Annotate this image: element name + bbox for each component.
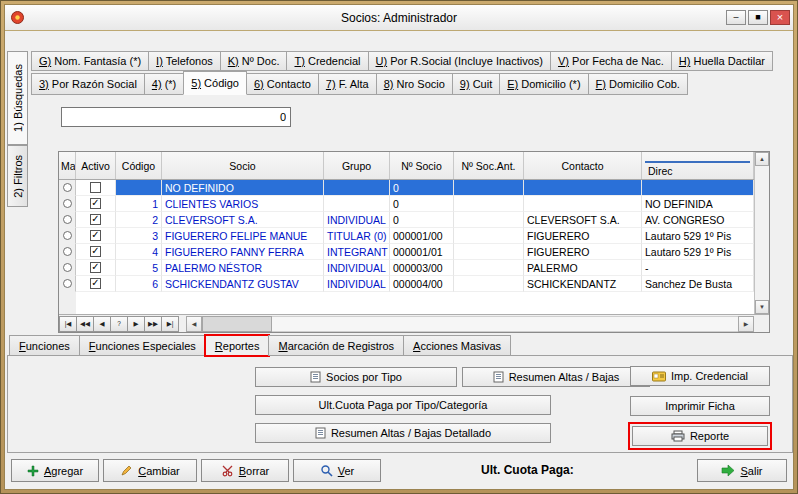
tab-nro-doc[interactable]: K) Nº Doc. bbox=[220, 51, 288, 71]
tab-funciones-especiales[interactable]: Funciones Especiales bbox=[79, 335, 206, 356]
tab-nro-socio[interactable]: 8) Nro Socio bbox=[376, 73, 453, 95]
tab-acciones-masivas[interactable]: Acciones Masivas bbox=[403, 335, 511, 356]
nav-last-button[interactable]: ▶| bbox=[161, 316, 179, 332]
scroll-up-icon[interactable]: ▲ bbox=[755, 152, 769, 166]
agregar-button[interactable]: Agregar bbox=[11, 459, 99, 482]
nav-help-button[interactable]: ? bbox=[110, 316, 128, 332]
scroll-right-icon[interactable]: ▶ bbox=[738, 316, 754, 332]
row-active-cell[interactable] bbox=[76, 196, 116, 212]
active-checkbox[interactable] bbox=[90, 198, 101, 209]
vertical-scroll-track[interactable] bbox=[755, 166, 769, 300]
imprimir-ficha-button[interactable]: Imprimir Ficha bbox=[630, 396, 770, 416]
ult-cuota-paga-tipo-categoria-button[interactable]: Ult.Cuota Paga por Tipo/Categoría bbox=[255, 395, 551, 415]
col-header-nro-soc-ant[interactable]: Nº Soc.Ant. bbox=[454, 152, 524, 179]
reporte-button[interactable]: Reporte bbox=[632, 426, 768, 446]
row-radio[interactable] bbox=[63, 183, 72, 192]
horizontal-scroll-thumb[interactable] bbox=[202, 316, 272, 332]
active-checkbox[interactable] bbox=[90, 214, 101, 225]
col-header-codigo[interactable]: Código bbox=[116, 152, 162, 179]
row-active-cell[interactable] bbox=[76, 276, 116, 292]
row-radio[interactable] bbox=[63, 279, 72, 288]
row-marker-cell[interactable] bbox=[59, 244, 76, 260]
nav-fast-next-button[interactable]: ▶▶ bbox=[144, 316, 162, 332]
col-header-direccion[interactable]: Direc bbox=[642, 152, 754, 179]
table-row[interactable]: 1 CLIENTES VARIOS 0 NO DEFINIDA bbox=[59, 196, 754, 212]
tab-telefonos[interactable]: I) Telefonos bbox=[148, 51, 221, 71]
horizontal-scrollbar[interactable]: ◀ ▶ bbox=[186, 316, 754, 332]
row-marker-cell[interactable] bbox=[59, 228, 76, 244]
scroll-left-icon[interactable]: ◀ bbox=[186, 316, 202, 332]
row-radio[interactable] bbox=[63, 263, 72, 272]
salir-button[interactable]: Salir bbox=[697, 459, 787, 482]
nav-prev-button[interactable]: ◀ bbox=[93, 316, 111, 332]
row-marker-cell[interactable] bbox=[59, 260, 76, 276]
tab-funciones[interactable]: Funciones bbox=[9, 335, 80, 356]
row-marker-cell[interactable] bbox=[59, 196, 76, 212]
col-header-grupo[interactable]: Grupo bbox=[324, 152, 390, 179]
row-active-cell[interactable] bbox=[76, 180, 116, 196]
ver-button[interactable]: Ver bbox=[293, 459, 381, 482]
resumen-altas-bajas-button[interactable]: Resumen Altas / Bajas bbox=[462, 367, 650, 387]
tab-por-razon-social[interactable]: 3) Por Razón Social bbox=[31, 73, 145, 95]
scroll-down-icon[interactable]: ▼ bbox=[755, 300, 769, 314]
tab-domicilio[interactable]: E) Domicilio (*) bbox=[499, 73, 588, 95]
nav-next-button[interactable]: ▶ bbox=[127, 316, 145, 332]
table-row[interactable]: NO DEFINIDO 0 bbox=[59, 180, 754, 196]
tab-nom-fantasia[interactable]: G) Nom. Fantasía (*) bbox=[31, 51, 149, 71]
borrar-button[interactable]: Borrar bbox=[201, 459, 289, 482]
active-checkbox[interactable] bbox=[90, 230, 101, 241]
active-checkbox[interactable] bbox=[90, 262, 101, 273]
tab-contacto[interactable]: 6) Contacto bbox=[246, 73, 319, 95]
tab-domicilio-cob[interactable]: F) Domicilio Cob. bbox=[588, 73, 688, 95]
row-radio[interactable] bbox=[63, 215, 72, 224]
tab-f-alta[interactable]: 7) F. Alta bbox=[318, 73, 377, 95]
active-checkbox[interactable] bbox=[90, 278, 101, 289]
tab-credencial[interactable]: T) Credencial bbox=[286, 51, 368, 71]
nav-first-button[interactable]: |◀ bbox=[59, 316, 77, 332]
imp-credencial-button[interactable]: Imp. Credencial bbox=[630, 366, 770, 386]
active-checkbox[interactable] bbox=[90, 182, 101, 193]
codigo-filter-input[interactable] bbox=[61, 107, 291, 127]
row-marker-cell[interactable] bbox=[59, 180, 76, 196]
row-active-cell[interactable] bbox=[76, 212, 116, 228]
row-marker-cell[interactable] bbox=[59, 276, 76, 292]
row-radio[interactable] bbox=[63, 247, 72, 256]
table-row[interactable]: 4 FIGUERERO FANNY FERRA INTEGRANT 000001… bbox=[59, 244, 754, 260]
tab-reportes[interactable]: Reportes bbox=[205, 335, 270, 356]
resumen-altas-bajas-detallado-button[interactable]: Resumen Altas / Bajas Detallado bbox=[255, 423, 551, 443]
side-tab-busquedas[interactable]: 1) Búsquedas bbox=[7, 51, 28, 145]
tab-cuit[interactable]: 9) Cuit bbox=[452, 73, 500, 95]
horizontal-scroll-track[interactable] bbox=[272, 316, 738, 332]
tab-marcacion-registros[interactable]: Marcación de Registros bbox=[268, 335, 404, 356]
tab-por-fecha-nac[interactable]: V) Por Fecha de Nac. bbox=[550, 51, 672, 71]
table-row[interactable]: 3 FIGUERERO FELIPE MANUE TITULAR (0) 000… bbox=[59, 228, 754, 244]
tab-por-rsocial[interactable]: U) Por R.Social (Incluye Inactivos) bbox=[368, 51, 552, 71]
col-header-nro-socio[interactable]: Nº Socio bbox=[390, 152, 454, 179]
tab-4[interactable]: 4) (*) bbox=[144, 73, 184, 95]
minimize-button[interactable]: – bbox=[726, 10, 746, 25]
cambiar-button[interactable]: Cambiar bbox=[103, 459, 197, 482]
tab-codigo[interactable]: 5) Código bbox=[183, 71, 247, 95]
maximize-button[interactable]: ■ bbox=[748, 10, 768, 25]
col-header-marca[interactable]: Ma bbox=[59, 152, 76, 179]
row-active-cell[interactable] bbox=[76, 260, 116, 276]
active-checkbox[interactable] bbox=[90, 246, 101, 257]
table-row[interactable]: 6 SCHICKENDANTZ GUSTAV INDIVIDUAL 000004… bbox=[59, 276, 754, 292]
table-row[interactable]: 2 CLEVERSOFT S.A. INDIVIDUAL 0 CLEVERSOF… bbox=[59, 212, 754, 228]
tab-huella-dactilar[interactable]: H) Huella Dactilar bbox=[671, 51, 773, 71]
socios-por-tipo-button[interactable]: Socios por Tipo bbox=[255, 367, 457, 387]
vertical-scrollbar[interactable]: ▲ ▼ bbox=[754, 152, 769, 314]
row-radio[interactable] bbox=[63, 231, 72, 240]
table-row[interactable]: 5 PALERMO NÉSTOR INDIVIDUAL 000003/00 PA… bbox=[59, 260, 754, 276]
col-header-socio[interactable]: Socio bbox=[162, 152, 324, 179]
col-header-contacto[interactable]: Contacto bbox=[524, 152, 642, 179]
titlebar[interactable]: Socios: Administrador – ■ × bbox=[5, 5, 793, 31]
close-button[interactable]: × bbox=[770, 10, 790, 25]
side-tab-filtros[interactable]: 2) Filtros bbox=[7, 145, 28, 207]
col-header-activo[interactable]: Activo bbox=[76, 152, 116, 179]
nav-fast-prev-button[interactable]: ◀◀ bbox=[76, 316, 94, 332]
row-marker-cell[interactable] bbox=[59, 212, 76, 228]
row-radio[interactable] bbox=[63, 199, 72, 208]
row-active-cell[interactable] bbox=[76, 228, 116, 244]
row-active-cell[interactable] bbox=[76, 244, 116, 260]
